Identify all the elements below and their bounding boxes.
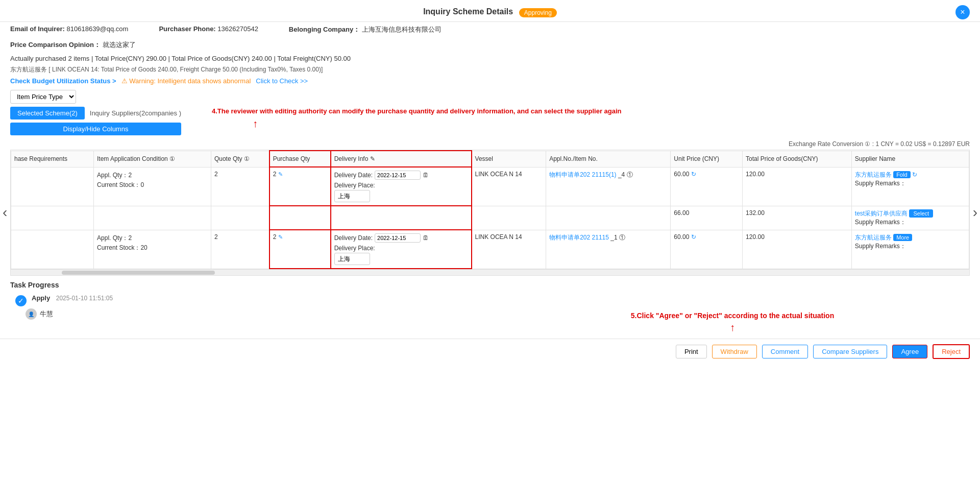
phone-label: Purchaser Phone: 13626270542: [159, 25, 258, 34]
main-table-container: hase Requirements Item Application Condi…: [10, 150, 970, 270]
cell-vessel-1: LINK OCEA N 14: [472, 167, 546, 206]
price-opinion-row: Price Comparison Opinion： 就选这家了: [0, 37, 980, 53]
cell-appl-no-2: [546, 206, 671, 230]
exchange-rate-row: Exchange Rate Conversion ① : 1 CNY = 0.0…: [0, 138, 980, 150]
table-row: Appl. Qty：2 Current Stock：20 2 2 ✎ Deliv…: [11, 230, 969, 269]
cell-total-price-3: 120.00: [743, 230, 852, 269]
purchase-qty-edit-icon-3[interactable]: ✎: [278, 234, 283, 240]
item-price-toolbar: Item Price Type: [0, 87, 980, 104]
budget-link[interactable]: Check Budget Utilization Status >: [10, 77, 116, 85]
col-supplier: Supplier Name: [851, 151, 969, 167]
cell-delivery-info-2: [331, 206, 472, 230]
col-unit-price: Unit Price (CNY): [671, 151, 743, 167]
purchase-qty-edit-icon-1[interactable]: ✎: [278, 171, 283, 177]
page-header: Inquiry Scheme Details Approving ×: [0, 0, 980, 22]
annotation5-arrow: ↑: [730, 322, 735, 333]
summary-row: Actually purchased 2 items | Total Price…: [0, 53, 980, 64]
cell-purchase-qty-3: 2 ✎: [270, 230, 331, 269]
cell-supplier-1: 东方航运服务 Fold ↻ Supply Remarks：: [851, 167, 969, 206]
cell-appl-condition-3: Appl. Qty：2 Current Stock：20: [94, 230, 211, 269]
cell-vessel-3: LINK OCEA N 14: [472, 230, 546, 269]
cell-delivery-info-1: Delivery Date: 🗓 Delivery Place:: [331, 167, 472, 206]
toolbar-left: Selected Scheme(2) Inquiry Suppliers(2co…: [10, 107, 181, 135]
delivery-date-input-1[interactable]: [375, 171, 421, 180]
task-apply-time: 2025-01-10 11:51:05: [56, 295, 113, 302]
toolbar-row: Selected Scheme(2) Inquiry Suppliers(2co…: [0, 104, 980, 138]
warning-text: ⚠ Warning: Intelligent data shows abnorm…: [121, 77, 251, 85]
annotation4-arrow: ↑: [253, 118, 970, 130]
nav-left-arrow[interactable]: ‹: [3, 204, 7, 221]
table-header-row: hase Requirements Item Application Condi…: [11, 151, 969, 167]
action-bar: Print Withdraw Comment Compare Suppliers…: [0, 339, 980, 364]
cell-appl-no-1: 物料申请单202 21115(1) _4 ①: [546, 167, 671, 206]
email-label: Email of Inquirer: 810618639@qq.com: [10, 25, 128, 34]
task-user-name: 牛慧: [40, 309, 53, 319]
more-button-3[interactable]: More: [893, 234, 912, 241]
bottom-section: Task Progress ✓ Apply 2025-01-10 11:51:0…: [0, 276, 980, 339]
task-apply-label: Apply: [32, 294, 50, 302]
selected-scheme-button[interactable]: Selected Scheme(2): [10, 107, 85, 119]
inquiry-table: hase Requirements Item Application Condi…: [11, 150, 969, 269]
fold-button-1[interactable]: Fold: [893, 171, 910, 178]
supplier-refresh-1[interactable]: ↻: [912, 171, 917, 178]
refresh-icon-1[interactable]: ↻: [691, 171, 696, 178]
cell-appl-condition-2: [94, 206, 211, 230]
col-total-price: Total Price of Goods(CNY): [743, 151, 852, 167]
cell-total-price-1: 120.00: [743, 167, 852, 206]
cell-delivery-info-3: Delivery Date: 🗓 Delivery Place:: [331, 230, 472, 269]
delivery-place-input-1[interactable]: [334, 190, 370, 202]
col-vessel: Vessel: [472, 151, 546, 167]
info-row-1: Email of Inquirer: 810618639@qq.com Purc…: [0, 22, 980, 37]
service-row: 东方航运服务 [ LINK OCEAN 14: Total Price of G…: [0, 64, 980, 75]
col-purchase-qty: Purchase Qty: [270, 151, 331, 167]
cell-unit-price-2: 66.00: [671, 206, 743, 230]
col-appl-no: Appl.No./Item No.: [546, 151, 671, 167]
cell-quote-qty-2: [211, 206, 269, 230]
scheme-supplier-row: Selected Scheme(2) Inquiry Suppliers(2co…: [10, 107, 181, 119]
task-section: Task Progress ✓ Apply 2025-01-10 11:51:0…: [10, 281, 485, 320]
select-button-2[interactable]: Select: [909, 209, 933, 218]
click-to-check-link[interactable]: Click to Check >>: [256, 77, 308, 85]
cell-unit-price-3: 60.00 ↻: [671, 230, 743, 269]
budget-link-row: Check Budget Utilization Status > ⚠ Warn…: [0, 75, 980, 87]
annotation4-text: 4.The reviewer with editing authority ca…: [212, 107, 970, 116]
cell-appl-condition-1: Appl. Qty：2 Current Stock：0: [94, 167, 211, 206]
delivery-place-input-3[interactable]: [334, 253, 370, 265]
col-appl-condition: Item Application Condition ①: [94, 151, 211, 167]
agree-button[interactable]: Agree: [892, 345, 927, 358]
cell-requirements-3: [11, 230, 94, 269]
task-check-icon: ✓: [15, 295, 27, 306]
table-row: 66.00 132.00 test采购订单供应商 Select Supply R…: [11, 206, 969, 230]
item-price-type-dropdown[interactable]: Item Price Type: [10, 90, 76, 104]
col-requirements: hase Requirements: [11, 151, 94, 167]
display-hide-columns-button[interactable]: Display/Hide Columns: [10, 123, 181, 135]
cell-vessel-2: [472, 206, 546, 230]
col-quote-qty: Quote Qty ①: [211, 151, 269, 167]
cell-quote-qty-3: 2: [211, 230, 269, 269]
scrollbar-thumb: [62, 271, 215, 275]
task-progress-title: Task Progress: [10, 281, 485, 289]
cell-appl-no-3: 物料申请单202 21115 _1 ①: [546, 230, 671, 269]
cell-quote-qty-1: 2: [211, 167, 269, 206]
page-title: Inquiry Scheme Details: [423, 7, 513, 16]
annotation5-text: 5.Click "Agree" or "Reject" according to…: [631, 312, 834, 320]
delivery-date-input-3[interactable]: [375, 233, 421, 243]
comment-button[interactable]: Comment: [762, 345, 808, 358]
table-row: Appl. Qty：2 Current Stock：0 2 2 ✎ Delive…: [11, 167, 969, 206]
cell-purchase-qty-2: [270, 206, 331, 230]
nav-right-arrow[interactable]: ›: [973, 204, 977, 221]
horizontal-scrollbar[interactable]: [10, 270, 970, 276]
cell-requirements-2: [11, 206, 94, 230]
refresh-icon-3[interactable]: ↻: [691, 233, 696, 241]
reject-button[interactable]: Reject: [933, 344, 970, 359]
annotation5-section: 5.Click "Agree" or "Reject" according to…: [495, 281, 970, 333]
cell-unit-price-1: 60.00 ↻: [671, 167, 743, 206]
status-badge: Approving: [519, 8, 557, 17]
company-label: Belonging Company： 上海互海信息科技有限公司: [289, 25, 442, 34]
print-button[interactable]: Print: [676, 345, 707, 358]
close-button[interactable]: ×: [955, 5, 970, 19]
withdraw-button[interactable]: Withdraw: [712, 345, 757, 358]
compare-suppliers-button[interactable]: Compare Suppliers: [813, 345, 887, 358]
task-item-apply: ✓ Apply 2025-01-10 11:51:05: [10, 294, 485, 306]
exchange-rate-label: Exchange Rate Conversion ① : 1 CNY = 0.0…: [789, 140, 970, 148]
